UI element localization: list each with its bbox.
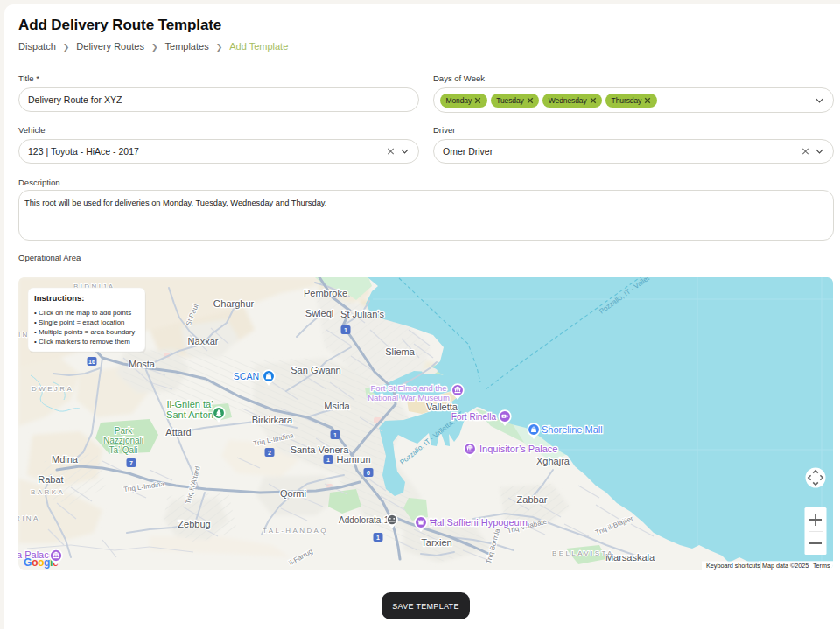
svg-text:Naxxar: Naxxar — [188, 336, 219, 346]
svg-text:Msida: Msida — [324, 401, 350, 411]
svg-text:1: 1 — [376, 535, 380, 541]
svg-text:Instructions:: Instructions: — [34, 293, 85, 303]
svg-text:Map data ©2025: Map data ©2025 — [762, 562, 808, 570]
svg-text:Mosta: Mosta — [129, 359, 156, 369]
svg-text:Keyboard shortcuts: Keyboard shortcuts — [706, 562, 760, 570]
svg-text:BELLAVISTA: BELLAVISTA — [552, 549, 614, 557]
svg-text:16: 16 — [88, 359, 95, 365]
svg-text:Rabat: Rabat — [38, 474, 63, 485]
svg-text:Shoreline Mall: Shoreline Mall — [542, 424, 603, 435]
svg-text:Valletta: Valletta — [426, 402, 458, 412]
svg-text:Ħal Saflieni Hypogeum: Ħal Saflieni Hypogeum — [430, 517, 528, 528]
svg-text:Sliema: Sliema — [385, 346, 416, 357]
svg-text:Park: Park — [115, 426, 134, 436]
svg-text:• Multiple points = area bound: • Multiple points = area boundary — [34, 328, 135, 336]
svg-text:Nazzjonali: Nazzjonali — [103, 436, 144, 445]
svg-text:7: 7 — [130, 460, 133, 466]
svg-text:SCAN: SCAN — [234, 371, 259, 381]
svg-text:Qormi: Qormi — [280, 488, 306, 499]
svg-text:Swieqi: Swieqi — [305, 308, 333, 318]
svg-text:Hamrun: Hamrun — [336, 454, 370, 465]
svg-text:Sant Anton: Sant Anton — [166, 409, 214, 420]
svg-text:Tarxien: Tarxien — [421, 537, 452, 548]
svg-text:1: 1 — [326, 457, 330, 463]
svg-text:National War Museum: National War Museum — [368, 393, 450, 402]
svg-text:Xghajra: Xghajra — [536, 456, 570, 466]
svg-text:• Click markers to remove them: • Click markers to remove them — [34, 338, 130, 346]
svg-text:Ta’ Qali: Ta’ Qali — [109, 445, 138, 455]
svg-text:TAL-HANDAQ: TAL-HANDAQ — [262, 527, 328, 535]
svg-text:San Gwann: San Gwann — [290, 365, 340, 375]
svg-text:Attard: Attard — [165, 427, 191, 437]
svg-text:RINA: RINA — [18, 514, 40, 522]
svg-text:St Julian's: St Julian's — [340, 309, 384, 319]
svg-text:Addolorata-1: Addolorata-1 — [339, 515, 389, 525]
svg-text:1: 1 — [333, 432, 337, 438]
svg-text:• Single point = exact locatio: • Single point = exact location — [34, 318, 124, 326]
svg-text:Mdina: Mdina — [52, 454, 79, 465]
svg-text:Il-Gnien ta’: Il-Gnien ta’ — [166, 399, 213, 409]
svg-text:Birkirkara: Birkirkara — [252, 415, 293, 425]
svg-text:6: 6 — [367, 470, 370, 476]
svg-text:• Click on the map to add poin: • Click on the map to add points — [34, 309, 131, 317]
svg-text:Zebbug: Zebbug — [178, 519, 210, 529]
svg-text:BARKA: BARKA — [31, 488, 65, 496]
svg-text:Zabbar: Zabbar — [517, 494, 548, 505]
svg-text:2: 2 — [268, 450, 271, 456]
svg-text:Fort Rinella: Fort Rinella — [452, 412, 497, 422]
svg-text:Pembroke: Pembroke — [304, 288, 347, 298]
svg-text:DWEJRA: DWEJRA — [32, 385, 74, 393]
svg-text:Terms: Terms — [813, 562, 830, 570]
svg-text:G: G — [24, 556, 32, 569]
svg-text:Inquisitor’s Palace: Inquisitor’s Palace — [480, 444, 557, 454]
svg-text:Gharghur: Gharghur — [214, 298, 255, 309]
svg-text:1: 1 — [344, 327, 347, 333]
svg-text:Fort St Elmo and the: Fort St Elmo and the — [370, 383, 446, 393]
